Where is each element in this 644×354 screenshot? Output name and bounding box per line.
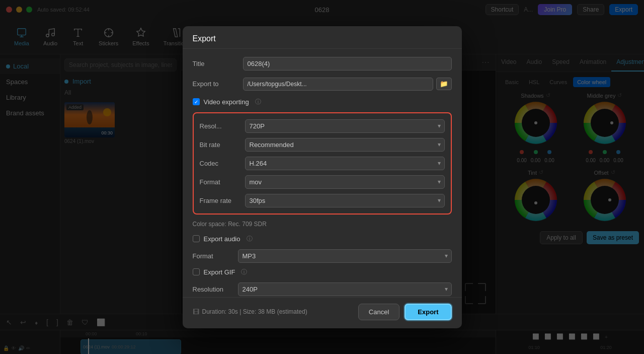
gif-resolution-select-wrapper: 240P xyxy=(238,282,452,296)
gif-section-header: Export GIF ⓘ xyxy=(193,268,452,276)
audio-format-label: Format xyxy=(193,252,238,260)
video-section-header: ✓ Video exporting ⓘ xyxy=(193,98,452,106)
bitrate-select[interactable]: Recommended xyxy=(245,138,445,152)
duration-info: 🎞 Duration: 30s | Size: 38 MB (estimated… xyxy=(193,308,307,316)
gif-info-icon[interactable]: ⓘ xyxy=(241,268,247,276)
title-row: Title xyxy=(193,57,452,70)
browse-folder-button[interactable]: 📁 xyxy=(436,78,452,90)
resolution-row: Resol... 720P xyxy=(200,119,445,133)
audio-format-select-wrapper: MP3 xyxy=(238,249,452,263)
dialog-footer-actions: Cancel Export xyxy=(358,304,452,320)
resolution-select-wrapper: 720P xyxy=(245,119,445,133)
framerate-select-wrapper: 30fps xyxy=(245,194,445,207)
dialog-overlay: Export Title Export to /Users/topgus/Des… xyxy=(0,0,644,354)
codec-select[interactable]: H.264 xyxy=(245,157,445,170)
bitrate-select-wrapper: Recommended xyxy=(245,138,445,152)
gif-resolution-row: Resolution 240P xyxy=(193,282,452,296)
export-audio-label: Export audio xyxy=(204,235,240,243)
codec-label: Codec xyxy=(200,160,245,167)
gif-resolution-label: Resolution xyxy=(193,286,238,293)
gif-resolution-select[interactable]: 240P xyxy=(238,282,452,296)
codec-select-wrapper: H.264 xyxy=(245,157,445,170)
dialog-title: Export xyxy=(193,34,216,43)
export-gif-checkbox[interactable] xyxy=(193,268,200,275)
cancel-button[interactable]: Cancel xyxy=(358,304,399,320)
video-exporting-checkbox[interactable]: ✓ xyxy=(193,98,200,105)
export-to-row: Export to /Users/topgus/Deskt... 📁 xyxy=(193,78,452,91)
bitrate-row: Bit rate Recommended xyxy=(200,138,445,152)
film-icon: 🎞 xyxy=(193,308,199,316)
codec-row: Codec H.264 xyxy=(200,157,445,170)
audio-format-row: Format MP3 xyxy=(193,249,452,263)
dialog-header: Export xyxy=(183,26,462,49)
dialog-body: Title Export to /Users/topgus/Deskt... 📁… xyxy=(183,49,462,297)
format-select[interactable]: mov xyxy=(245,175,445,189)
duration-text: Duration: 30s | Size: 38 MB (estimated) xyxy=(202,308,307,315)
audio-info-icon[interactable]: ⓘ xyxy=(247,235,253,243)
audio-format-select[interactable]: MP3 xyxy=(238,249,452,263)
video-exporting-label: Video exporting xyxy=(204,98,249,106)
dialog-footer: 🎞 Duration: 30s | Size: 38 MB (estimated… xyxy=(183,297,462,328)
framerate-row: Frame rate 30fps xyxy=(200,194,445,207)
export-button[interactable]: Export xyxy=(405,304,451,320)
export-gif-label: Export GIF xyxy=(204,268,235,276)
video-info-icon[interactable]: ⓘ xyxy=(255,98,261,106)
export-path-text: /Users/topgus/Deskt... xyxy=(243,78,433,91)
video-settings-box: Resol... 720P Bit rate Recommended xyxy=(193,112,452,215)
export-dialog: Export Title Export to /Users/topgus/Des… xyxy=(183,26,462,328)
format-select-wrapper: mov xyxy=(245,175,445,189)
gif-section: Resolution 240P xyxy=(193,282,452,296)
framerate-select[interactable]: 30fps xyxy=(245,194,445,207)
export-to-label: Export to xyxy=(193,80,243,88)
bitrate-label: Bit rate xyxy=(200,141,245,149)
audio-section-header: Export audio ⓘ xyxy=(193,235,452,243)
color-space-text: Color space: Rec. 709 SDR xyxy=(193,221,452,228)
framerate-label: Frame rate xyxy=(200,197,245,204)
check-mark: ✓ xyxy=(194,99,198,105)
title-field-value xyxy=(243,57,452,70)
title-field-label: Title xyxy=(193,60,243,67)
export-path-container: /Users/topgus/Deskt... 📁 xyxy=(243,78,452,91)
format-label: Format xyxy=(200,178,245,186)
resolution-label: Resol... xyxy=(200,122,245,130)
resolution-select[interactable]: 720P xyxy=(245,119,445,133)
format-row: Format mov xyxy=(200,175,445,189)
audio-section: Format MP3 xyxy=(193,249,452,263)
export-audio-checkbox[interactable] xyxy=(193,235,200,242)
title-input[interactable] xyxy=(243,57,452,70)
